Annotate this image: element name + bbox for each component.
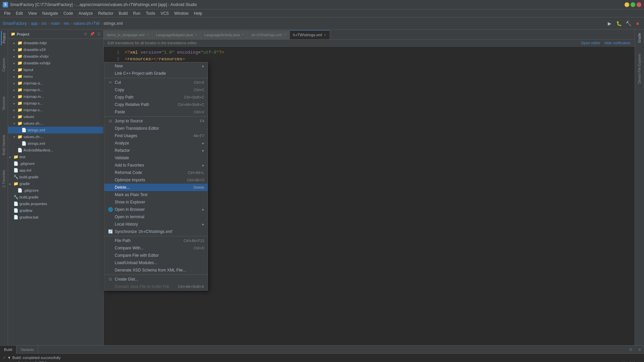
ctx-item-validate[interactable]: Validate xyxy=(104,154,208,162)
tree-item-test[interactable]: ▸ 📁 test xyxy=(8,154,103,160)
maximize-button[interactable] xyxy=(631,2,635,7)
ctx-item-add-to-favorites[interactable]: Add to Favorites▸ xyxy=(104,162,208,169)
tree-item-drawable-xhdpi[interactable]: ▸ 📁 drawable-xhdpi xyxy=(8,53,103,60)
tree-item-values-zh----[interactable]: ▾ 📁 values-zh-... xyxy=(8,133,103,140)
tree-item-gradle-properties[interactable]: 📄 gradle.properties xyxy=(8,200,103,207)
sidebar-tab-captures[interactable]: Captures xyxy=(1,56,6,74)
breadcrumb-smartfactory[interactable]: SmartFactory xyxy=(3,21,27,26)
breadcrumb-app[interactable]: app xyxy=(31,21,38,26)
ctx-item-reformat-code[interactable]: Reformat CodeCtrl+Alt+L xyxy=(104,169,208,176)
editor-tab-zh-rcn-strings-xml[interactable]: zh-rCN\strings.xml✕ xyxy=(248,30,289,39)
tab-close-icon[interactable]: ✕ xyxy=(146,33,149,37)
tree-item-layout[interactable]: ▸ 📁 layout xyxy=(8,66,103,73)
bottom-close-icon[interactable]: ⊗ xyxy=(635,347,644,352)
menu-item-analyze[interactable]: Analyze xyxy=(76,10,96,16)
tree-item-values-zh----[interactable]: ▾ 📁 values-zh-... xyxy=(8,120,103,127)
run-button[interactable]: ▶ xyxy=(606,20,613,27)
tab-close-icon[interactable]: ✕ xyxy=(241,33,244,37)
tab-close-icon[interactable]: ✕ xyxy=(283,33,286,37)
ctx-item-file-path[interactable]: File PathCtrl+Alt+F12 xyxy=(104,237,208,244)
tree-item-drawable-v24[interactable]: ▸ 📁 drawable-v24 xyxy=(8,46,103,53)
settings-icon[interactable]: ☰ xyxy=(97,32,101,36)
tree-item--gitignore[interactable]: 📄 .gitignore xyxy=(8,187,103,194)
menu-item-window[interactable]: Window xyxy=(171,10,191,16)
ctx-item-optimize-imports[interactable]: Optimize ImportsCtrl+Alt+O xyxy=(104,176,208,184)
breadcrumb-src[interactable]: src xyxy=(42,21,47,26)
tree-item-androidmanifest---[interactable]: 📄 AndroidManifest... xyxy=(8,147,103,154)
menu-item-run[interactable]: Run xyxy=(130,10,143,16)
menu-item-refactor[interactable]: Refactor xyxy=(96,10,116,16)
ctx-item-local-history[interactable]: Local History▸ xyxy=(104,221,208,228)
build-button[interactable]: 🔨 xyxy=(625,20,632,27)
bottom-tab-variants[interactable]: Variants xyxy=(16,346,38,354)
ctx-item-open-translations[interactable]: Open Translations Editor xyxy=(104,125,208,132)
menu-item-build[interactable]: Build xyxy=(116,10,130,16)
sidebar-tab-build-variants[interactable]: Build Variants xyxy=(1,133,6,157)
minimize-button[interactable] xyxy=(625,2,629,7)
tree-item-values[interactable]: ▸ 📁 values xyxy=(8,113,103,120)
menu-item-navigate[interactable]: Navigate xyxy=(40,10,61,16)
menu-item-vcs[interactable]: VCS xyxy=(158,10,172,16)
ctx-item-compare-file-editor[interactable]: Compare File with Editor xyxy=(104,252,208,259)
tree-item-mipmap-x---[interactable]: ▸ 📁 mipmap-x... xyxy=(8,107,103,113)
build-item-main[interactable]: ✓ ▼ Build: completed successfully xyxy=(3,355,641,360)
editor-tab-languageactivity-java[interactable]: LanguageActivity.java✕ xyxy=(201,30,248,39)
menu-item-edit[interactable]: Edit xyxy=(13,10,25,16)
menu-item-code[interactable]: Code xyxy=(61,10,76,16)
gear-icon[interactable]: ⚙ xyxy=(84,32,87,36)
ctx-item-mark-plain-text[interactable]: Mark as Plain Text xyxy=(104,191,208,198)
ctx-item-paste[interactable]: PasteCtrl+V xyxy=(104,108,208,116)
tree-item--gitignore[interactable]: 📄 .gitignore xyxy=(8,160,103,167)
ctx-item-jump-to-source[interactable]: ⊙Jump to SourceF4 xyxy=(104,117,208,125)
ctx-item-create-gist[interactable]: ⊙Create Gist... xyxy=(104,276,208,283)
tab-close-icon[interactable]: ✕ xyxy=(195,33,197,37)
tree-item-drawable-hdpi[interactable]: ▸ 📁 drawable-hdpi xyxy=(8,40,103,46)
editor-tab-languageadapter-java[interactable]: LanguageAdapter.java✕ xyxy=(153,30,201,39)
debug-button[interactable]: 🐛 xyxy=(615,20,623,27)
stop-button[interactable]: ■ xyxy=(634,20,641,27)
menu-item-file[interactable]: File xyxy=(1,10,13,16)
ctx-item-open-in-browser[interactable]: 🌐Open in Browser▸ xyxy=(104,206,208,213)
ctx-item-find-usages[interactable]: Find UsagesAlt+F7 xyxy=(104,132,208,139)
right-tab-gradle[interactable]: Gradle xyxy=(637,31,642,45)
ctx-item-cut[interactable]: ✂CutCtrl+X xyxy=(104,79,208,86)
right-tab-device-explorer[interactable]: Device File Explorer xyxy=(637,52,642,85)
ctx-item-analyze[interactable]: Analyze▸ xyxy=(104,139,208,147)
close-button[interactable] xyxy=(637,2,641,7)
breadcrumb-values[interactable]: values-zh-rTW xyxy=(73,21,100,26)
menu-item-help[interactable]: Help xyxy=(191,10,205,16)
menu-item-tools[interactable]: Tools xyxy=(143,10,158,16)
breadcrumb-file[interactable]: strings.xml xyxy=(104,21,123,26)
tree-item-build-gradle[interactable]: 🔧 build.gradle xyxy=(8,194,103,200)
tree-item-strings-xml[interactable]: 📄 strings.xml xyxy=(8,127,103,133)
ctx-item-load-unload-modules[interactable]: Load/Unload Modules... xyxy=(104,259,208,266)
tree-item-app-iml[interactable]: 📄 app.iml xyxy=(8,167,103,174)
build-item-run[interactable]: ✓ ▼ Run build C:\T7\Sm... 10 s 583 ms xyxy=(3,360,641,362)
ctx-item-refactor[interactable]: Refactor▸ xyxy=(104,147,208,154)
tree-item-gradlew-bat[interactable]: 📄 gradlew.bat xyxy=(8,214,103,221)
sidebar-tab-project[interactable]: Project xyxy=(1,31,7,45)
sidebar-tab-structure[interactable]: Structure xyxy=(1,95,6,112)
tree-item-mipmap-a---[interactable]: ▸ 📁 mipmap-a... xyxy=(8,80,103,86)
ctx-item-synchronize[interactable]: 🔄Synchronize 'zh-rCN\strings.xml' xyxy=(104,228,208,235)
tree-item-menu[interactable]: ▸ 📁 menu xyxy=(8,73,103,80)
ctx-item-copy-path[interactable]: Copy PathCtrl+Shift+C xyxy=(104,94,208,101)
ctx-item-delete[interactable]: Delete...Delete xyxy=(104,184,208,191)
ctx-item-open-in-terminal[interactable]: Open in terminal xyxy=(104,213,208,221)
ctx-item-compare-with[interactable]: Compare With...Ctrl+D xyxy=(104,244,208,252)
tree-item-gradlew[interactable]: 📄 gradlew xyxy=(8,207,103,214)
breadcrumb-res[interactable]: res xyxy=(64,21,69,26)
tree-item-mipmap-m---[interactable]: ▸ 📁 mipmap-m... xyxy=(8,93,103,100)
menu-item-view[interactable]: View xyxy=(25,10,40,16)
open-editor-link[interactable]: Open editor xyxy=(581,41,600,45)
breadcrumb-main[interactable]: main xyxy=(51,21,60,26)
tab-close-icon[interactable]: ✕ xyxy=(324,33,326,37)
bottom-tab-build[interactable]: Build xyxy=(0,346,16,354)
tree-item-gradle[interactable]: ▸ 📁 gradle xyxy=(8,180,103,187)
editor-tab-h-rtw-strings-xml[interactable]: h-rTW\strings.xml✕ xyxy=(290,30,330,39)
ctx-item-show-explorer[interactable]: Show in Explorer xyxy=(104,198,208,206)
ctx-item-copy[interactable]: CopyCtrl+C xyxy=(104,86,208,94)
ctx-item-link-cpp[interactable]: Link C++ Project with Gradle xyxy=(104,70,208,77)
hide-notification-link[interactable]: Hide notification xyxy=(604,41,631,45)
tree-item-drawable-xxhdpi[interactable]: ▸ 📁 drawable-xxhdpi xyxy=(8,60,103,66)
